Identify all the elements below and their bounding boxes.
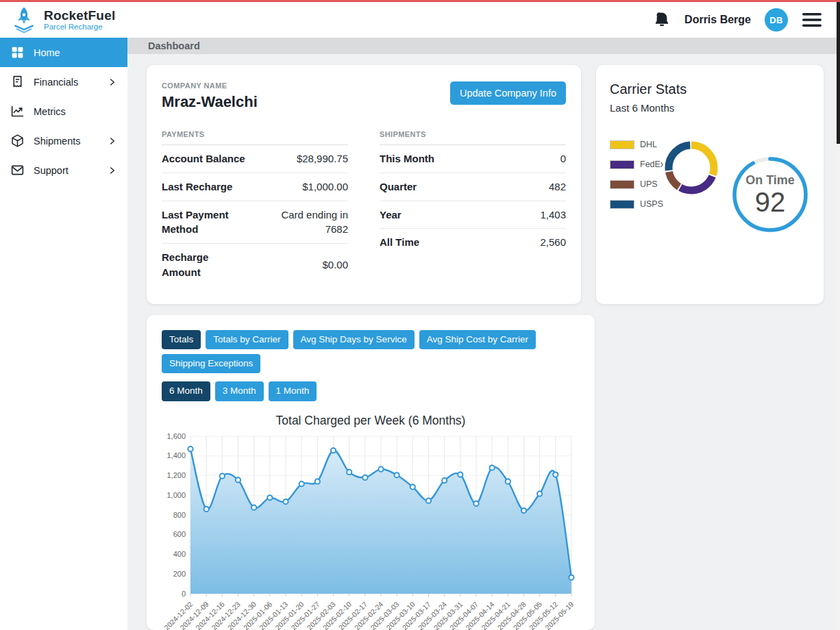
legend-swatch bbox=[610, 160, 634, 169]
total-charged-chart: 02004006008001,0001,2001,4001,6002024-12… bbox=[162, 431, 580, 630]
sidebar-item-financials[interactable]: Financials bbox=[0, 67, 127, 97]
company-name: Mraz-Waelchi bbox=[162, 93, 258, 111]
on-time-label: On Time bbox=[745, 173, 795, 188]
receipt-icon bbox=[10, 75, 25, 89]
avatar[interactable]: DB bbox=[765, 8, 788, 32]
chevron-right-icon bbox=[108, 166, 117, 175]
shipments-section: SHIPMENTS This Month 0 Quarter 482 bbox=[380, 130, 566, 286]
svg-text:600: 600 bbox=[173, 530, 186, 538]
svg-text:1,600: 1,600 bbox=[166, 431, 186, 440]
sidebar: Home Financials Metrics Shipments bbox=[0, 38, 127, 630]
shipments-row: Year 1,403 bbox=[380, 201, 566, 229]
period-3-month[interactable]: 3 Month bbox=[215, 381, 264, 401]
svg-text:1,000: 1,000 bbox=[166, 490, 186, 499]
chevron-right-icon bbox=[108, 77, 117, 87]
period-6-month[interactable]: 6 Month bbox=[162, 381, 210, 401]
mail-icon bbox=[10, 163, 25, 177]
sidebar-item-shipments[interactable]: Shipments bbox=[0, 126, 127, 155]
svg-text:800: 800 bbox=[173, 510, 186, 518]
grid-icon bbox=[10, 45, 25, 60]
period-1-month[interactable]: 1 Month bbox=[269, 381, 317, 401]
charts-card: TotalsTotals by CarrierAvg Ship Days by … bbox=[147, 315, 595, 630]
company-name-label: COMPANY NAME bbox=[162, 81, 258, 90]
legend-item: UPS bbox=[610, 179, 665, 189]
sidebar-item-metrics[interactable]: Metrics bbox=[0, 97, 127, 126]
chevron-right-icon bbox=[108, 136, 117, 146]
tab-avg-ship-days-by-service[interactable]: Avg Ship Days by Service bbox=[293, 330, 415, 349]
payments-row: Account Balance $28,990.75 bbox=[162, 145, 348, 173]
brand-name: RocketFuel bbox=[44, 9, 115, 23]
tab-shipping-exceptions[interactable]: Shipping Exceptions bbox=[162, 354, 260, 373]
shipments-section-title: SHIPMENTS bbox=[380, 130, 566, 145]
carrier-donut-chart bbox=[662, 138, 721, 200]
svg-text:200: 200 bbox=[173, 569, 186, 577]
on-time-gauge: On Time 92 bbox=[730, 155, 810, 234]
sidebar-item-support[interactable]: Support bbox=[0, 155, 127, 185]
scrollbar-thumb[interactable] bbox=[837, 2, 840, 144]
svg-text:1,200: 1,200 bbox=[166, 471, 186, 479]
legend-item: FedEx bbox=[610, 160, 665, 169]
on-time-value: 92 bbox=[755, 188, 786, 216]
brand-tagline: Parcel Recharge bbox=[44, 23, 115, 31]
legend-swatch bbox=[610, 180, 634, 189]
svg-text:1,400: 1,400 bbox=[166, 451, 186, 459]
shipments-row: This Month 0 bbox=[380, 145, 566, 173]
payments-row: Recharge Amount $0.00 bbox=[162, 244, 348, 286]
update-company-info-button[interactable]: Update Company Info bbox=[450, 81, 566, 105]
chart-tabs: TotalsTotals by CarrierAvg Ship Days by … bbox=[162, 330, 580, 373]
svg-text:0: 0 bbox=[182, 589, 186, 597]
scrollbar[interactable] bbox=[837, 2, 840, 630]
carrier-legend: DHL FedEx UPS USPS bbox=[610, 140, 665, 219]
period-buttons: 6 Month3 Month1 Month bbox=[162, 381, 580, 401]
tab-avg-ship-cost-by-carrier[interactable]: Avg Ship Cost by Carrier bbox=[419, 330, 536, 349]
shipments-row: All Time 2,560 bbox=[380, 229, 566, 256]
breadcrumb: Dashboard bbox=[127, 38, 840, 54]
shipments-row: Quarter 482 bbox=[380, 173, 566, 201]
tab-totals-by-carrier[interactable]: Totals by Carrier bbox=[206, 330, 288, 349]
user-name: Dorris Berge bbox=[684, 14, 751, 26]
tab-totals[interactable]: Totals bbox=[162, 330, 201, 349]
svg-text:400: 400 bbox=[173, 550, 186, 558]
payments-section-title: PAYMENTS bbox=[162, 130, 348, 145]
legend-swatch bbox=[610, 200, 634, 209]
legend-swatch bbox=[610, 140, 634, 149]
chart-title: Total Charged per Week (6 Months) bbox=[162, 414, 580, 428]
box-icon bbox=[10, 134, 25, 148]
legend-item: DHL bbox=[610, 140, 665, 149]
metrics-icon bbox=[10, 104, 25, 118]
carrier-stats-subtitle: Last 6 Months bbox=[610, 102, 810, 114]
payments-row: Last Recharge $1,000.00 bbox=[162, 173, 348, 201]
rocket-logo-icon bbox=[11, 6, 37, 34]
company-card: COMPANY NAME Mraz-Waelchi Update Company… bbox=[147, 65, 581, 304]
notifications-icon[interactable] bbox=[653, 11, 671, 29]
carrier-stats-title: Carrier Stats bbox=[610, 81, 810, 97]
payments-section: PAYMENTS Account Balance $28,990.75 Last… bbox=[162, 130, 348, 286]
window-accent-line bbox=[0, 0, 840, 2]
sidebar-item-home[interactable]: Home bbox=[0, 38, 127, 67]
brand-logo: RocketFuel Parcel Recharge bbox=[11, 6, 115, 34]
app-header: RocketFuel Parcel Recharge Dorris Berge … bbox=[0, 0, 840, 38]
menu-icon[interactable] bbox=[802, 12, 822, 28]
carrier-stats-card: Carrier Stats Last 6 Months DHL FedEx bbox=[596, 65, 824, 304]
payments-row: Last Payment Method Card ending in 7682 bbox=[162, 201, 348, 244]
legend-item: USPS bbox=[610, 199, 665, 209]
